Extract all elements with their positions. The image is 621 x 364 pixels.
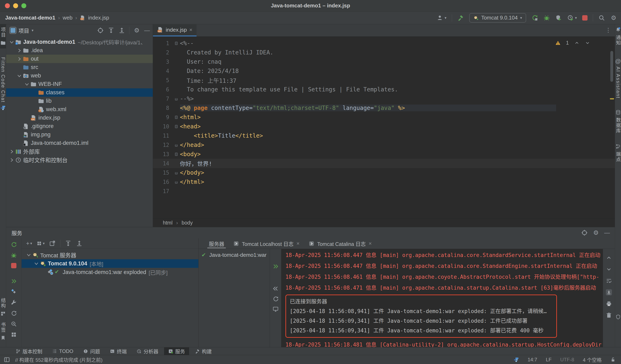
sidebar-tab-project[interactable]: 项目 [0, 24, 6, 49]
line-number[interactable]: 2 [153, 50, 172, 56]
services-tree[interactable]: Tomcat 服务器 Tomcat 9.0.104 [本地] ✔ [22, 249, 198, 277]
skip-to-next-button[interactable] [273, 263, 279, 270]
tree-item[interactable]: .gitignore [6, 122, 153, 130]
tree-item-tomcat-servers[interactable]: Tomcat 服务器 [22, 251, 198, 259]
profiler-run-button[interactable]: ▾ [567, 15, 577, 21]
line-number[interactable]: 3 [153, 59, 172, 65]
debug-server-button[interactable] [11, 252, 17, 259]
line-number[interactable]: 14 [153, 160, 172, 167]
line-number[interactable]: 8 [153, 105, 172, 111]
run-config-selector[interactable]: Tomcat 9.0.104 ▾ [469, 13, 526, 23]
tree-item[interactable]: Java-tomcat-demo1~/Desktop/代码审计/java/1、 [6, 38, 153, 46]
scroll-up-button[interactable] [606, 255, 612, 261]
gutter-fold-area[interactable] [172, 171, 180, 174]
gutter-fold-area[interactable] [172, 125, 180, 128]
tree-item[interactable]: 外部库 [6, 147, 153, 156]
collapse-all-button[interactable] [119, 27, 125, 34]
line-number[interactable]: 7 [153, 96, 172, 102]
tree-item[interactable]: out [6, 55, 153, 63]
gutter-fold-area[interactable] [172, 153, 180, 156]
close-tab-icon[interactable]: × [296, 240, 300, 247]
open-in-new-tab-button[interactable] [49, 240, 56, 247]
tree-item[interactable]: .idea [6, 46, 153, 55]
user-menu[interactable]: ▾ [437, 15, 447, 21]
breadcrumb-project[interactable]: Java-tomcat-demo1 [5, 15, 55, 21]
tree-item[interactable]: src [6, 63, 153, 71]
chevron-icon[interactable] [17, 56, 22, 62]
rerun-server-button[interactable] [11, 242, 17, 248]
tree-item[interactable]: Java-tomcat-demo1.iml [6, 139, 153, 147]
tree-item[interactable]: <?web.xml [6, 105, 153, 114]
monitor-button[interactable] [273, 306, 279, 312]
search-everywhere-button[interactable] [598, 15, 605, 21]
gutter-fold-area[interactable] [172, 116, 180, 119]
inspect-button[interactable] [11, 321, 17, 327]
chevron-icon[interactable] [34, 261, 39, 266]
close-tab-icon[interactable]: × [189, 27, 192, 33]
refresh-console-button[interactable] [273, 296, 279, 302]
hide-panel-button[interactable]: — [144, 28, 150, 33]
panel-options-button[interactable]: ⚙ [134, 27, 140, 34]
breadcrumb-folder[interactable]: web [63, 15, 72, 21]
line-number[interactable]: 16 [153, 179, 172, 185]
fold-marker-icon[interactable] [175, 98, 178, 101]
clear-console-button[interactable] [606, 312, 612, 318]
toolbar-item-problems[interactable]: 问题 [79, 347, 104, 355]
sidebar-tab-dependencies[interactable] [615, 312, 621, 323]
prev-problem-icon[interactable] [574, 40, 580, 46]
line-number[interactable]: 17 [153, 188, 172, 194]
sidebar-tab-structure[interactable]: 结构 [0, 295, 6, 319]
select-opened-file-button[interactable] [97, 27, 104, 34]
sidebar-tab-fitten-code-chat[interactable]: Fitten Code Chat [0, 54, 6, 113]
layout-icon[interactable] [4, 356, 10, 363]
close-tab-icon[interactable]: × [369, 240, 372, 247]
fold-marker-icon[interactable] [175, 144, 178, 147]
tab-tomcat-catalina-log[interactable]: Tomcat Catalina 日志 × [304, 238, 376, 249]
line-number[interactable]: 9 [153, 114, 172, 120]
gutter-fold-area[interactable] [172, 42, 180, 45]
breadcrumb-body[interactable]: body [182, 220, 193, 226]
line-number[interactable]: 4 [153, 68, 172, 74]
editor-options-icon[interactable]: ⋮ [605, 27, 611, 33]
gutter-fold-area[interactable] [172, 180, 180, 184]
toolbar-item-build[interactable]: 构建 [191, 347, 216, 355]
refresh-button[interactable] [11, 310, 17, 316]
line-number[interactable]: 1 [153, 40, 172, 46]
fold-marker-icon[interactable] [175, 153, 178, 156]
tree-item[interactable]: lib [6, 97, 153, 105]
lock-icon[interactable] [610, 357, 616, 362]
fold-marker-icon[interactable] [175, 172, 178, 174]
file-encoding[interactable]: UTF-8 [560, 357, 574, 363]
project-panel-title[interactable]: 项目 [18, 27, 29, 34]
warning-stripe-mark[interactable] [610, 98, 614, 99]
fold-marker-icon[interactable] [175, 181, 178, 184]
line-number[interactable]: 6 [153, 87, 172, 93]
expand-services-button[interactable] [65, 240, 71, 247]
code-editor[interactable]: 1<%--2 Created by IntelliJ IDEA.3 User: … [153, 36, 615, 218]
inspection-widget[interactable]: 1 [555, 40, 590, 46]
toolbar-item-terminal[interactable]: 终端 [106, 347, 131, 355]
deploy-all-button[interactable] [11, 278, 17, 284]
breadcrumb-html[interactable]: html [163, 220, 172, 226]
chevron-down-icon[interactable]: ▾ [32, 28, 34, 33]
add-service-button[interactable]: +▾ [26, 241, 32, 246]
tree-item[interactable]: JSPindex.jsp [6, 114, 153, 122]
toolbar-item-todo[interactable]: TODO [48, 347, 77, 355]
chevron-icon[interactable] [24, 82, 30, 87]
fold-marker-icon[interactable] [175, 125, 178, 128]
deployment-button[interactable] [11, 289, 17, 295]
fitten-status-icon[interactable] [514, 357, 519, 362]
breadcrumb-file[interactable]: index.jsp [88, 15, 109, 21]
expand-all-button[interactable] [108, 27, 114, 34]
tree-item[interactable]: img.png [6, 130, 153, 139]
chevron-icon[interactable] [9, 149, 14, 154]
editor-scrollbar[interactable] [610, 51, 613, 82]
back-button[interactable] [273, 286, 279, 292]
stop-button[interactable] [582, 15, 587, 20]
chevron-icon[interactable] [17, 48, 22, 53]
sidebar-tab-ai-assistant[interactable]: @ AI Assistant [615, 55, 621, 102]
layout-button[interactable] [11, 331, 17, 338]
fold-marker-icon[interactable] [175, 42, 178, 45]
sidebar-tab-database[interactable]: 数据库 [615, 107, 621, 136]
debug-button[interactable] [543, 15, 550, 21]
